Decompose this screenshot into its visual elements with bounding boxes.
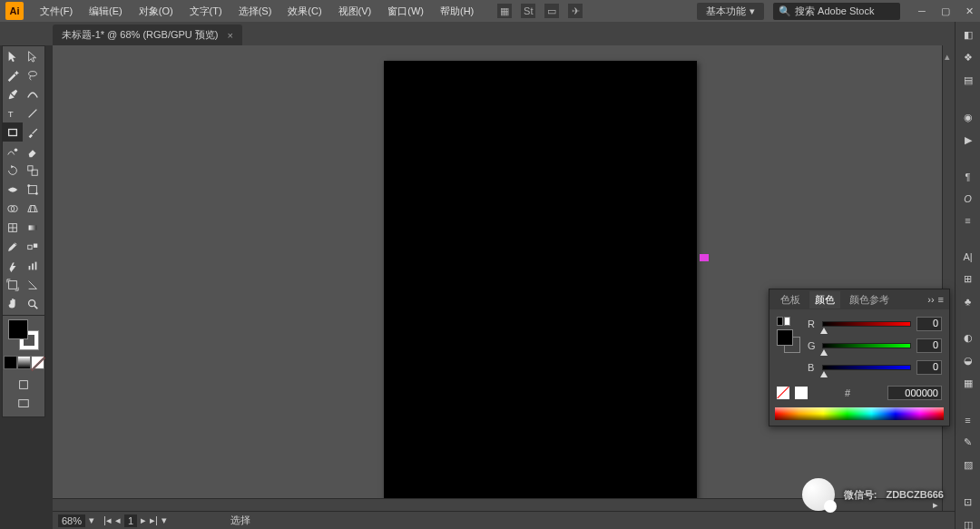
swap-fill-stroke-icon[interactable] (784, 317, 790, 326)
panel-fill-swatch[interactable] (777, 329, 793, 346)
blue-slider[interactable] (822, 365, 911, 370)
rotate-tool[interactable] (3, 161, 23, 180)
menu-select[interactable]: 选择(S) (231, 2, 279, 21)
layers-panel-icon[interactable]: ❖ (960, 52, 976, 64)
search-stock-input[interactable]: 🔍 搜索 Adobe Stock (773, 3, 900, 20)
red-slider[interactable] (822, 321, 911, 327)
menu-object[interactable]: 对象(O) (132, 2, 181, 21)
document-tab[interactable]: 未标题-1* @ 68% (RGB/GPU 预览) × (53, 24, 242, 45)
color-guide-tab[interactable]: 颜色参考 (844, 291, 895, 309)
graphic-styles-panel-icon[interactable]: ▶ (960, 134, 976, 146)
artboard-next-icon[interactable]: ▸ (141, 514, 146, 526)
color-guide-panel-icon[interactable]: ◒ (960, 355, 976, 367)
zoom-dropdown-icon[interactable]: ▾ (89, 514, 94, 526)
free-transform-tool[interactable] (23, 180, 43, 199)
rectangle-tool[interactable] (3, 122, 23, 142)
gradient-tool[interactable] (23, 218, 43, 237)
blue-value[interactable]: 0 (916, 360, 942, 375)
opentype-panel-icon[interactable]: O (960, 193, 976, 204)
brushes-panel-icon[interactable]: ✎ (960, 436, 976, 448)
lasso-tool[interactable] (23, 65, 43, 84)
artboard-prev-icon[interactable]: ◂ (115, 514, 121, 526)
fill-swatch[interactable] (8, 319, 28, 339)
type-tool[interactable]: T (3, 103, 23, 122)
perspective-grid-tool[interactable] (23, 199, 43, 218)
column-graph-tool[interactable] (23, 256, 43, 275)
color-panel-icon[interactable]: ◐ (960, 332, 976, 344)
symbol-sprayer-tool[interactable] (3, 256, 23, 275)
stroke-panel-icon[interactable]: ≡ (960, 415, 976, 426)
width-tool[interactable] (3, 180, 23, 199)
artboard-tool[interactable] (3, 275, 23, 294)
color-spectrum[interactable] (775, 407, 944, 420)
menu-window[interactable]: 窗口(W) (380, 2, 431, 21)
hand-tool[interactable] (3, 294, 23, 313)
maximize-button[interactable]: ▢ (940, 5, 951, 16)
vertical-scrollbar[interactable]: ▴ (942, 45, 955, 511)
artboard-number[interactable]: 1 (124, 514, 137, 527)
selection-tool[interactable] (3, 46, 23, 65)
curvature-tool[interactable] (23, 84, 43, 103)
direct-selection-tool[interactable] (23, 46, 43, 65)
swatches-panel-icon[interactable]: ▦ (960, 377, 976, 389)
menu-file[interactable]: 文件(F) (33, 2, 80, 21)
pathfinder-panel-icon[interactable]: ◫ (960, 519, 976, 529)
color-tab[interactable]: 颜色 (809, 291, 840, 309)
symbols-panel-icon[interactable]: ♣ (960, 296, 976, 307)
paintbrush-tool[interactable] (23, 122, 43, 142)
transparency-panel-icon[interactable]: ▨ (960, 459, 976, 471)
artboard-first-icon[interactable]: |◂ (103, 514, 112, 526)
scale-tool[interactable] (23, 161, 43, 180)
menu-view[interactable]: 视图(V) (331, 2, 379, 21)
close-tab-icon[interactable]: × (228, 30, 233, 41)
swatches-tab[interactable]: 色板 (775, 291, 806, 309)
scroll-up-arrow[interactable]: ▴ (945, 51, 954, 60)
gpu-icon[interactable]: ✈ (568, 4, 583, 18)
menu-type[interactable]: 文字(T) (182, 2, 230, 21)
horizontal-scrollbar[interactable]: ▸ (53, 498, 942, 511)
paragraph-panel-icon[interactable]: ≡ (960, 215, 976, 226)
arrange-icon[interactable]: ▭ (544, 4, 559, 18)
green-slider[interactable] (822, 343, 911, 348)
gradient-mode-swatch[interactable] (17, 356, 31, 369)
shape-builder-tool[interactable] (3, 199, 23, 218)
align-panel-icon[interactable]: ⊞ (960, 273, 976, 285)
close-button[interactable]: ✕ (964, 5, 975, 16)
line-tool[interactable] (23, 103, 43, 122)
slice-tool[interactable] (23, 275, 43, 294)
panel-menu-icon[interactable]: ≡ (938, 294, 944, 305)
screen-mode-button[interactable] (14, 394, 34, 413)
fill-stroke-swatch[interactable] (8, 319, 39, 350)
zoom-tool[interactable] (23, 294, 43, 313)
stock-icon[interactable]: St (521, 4, 535, 18)
artboard-dropdown-icon[interactable]: ▾ (162, 514, 167, 526)
bridge-icon[interactable]: ▦ (497, 4, 512, 18)
eraser-tool[interactable] (23, 142, 43, 161)
glyphs-panel-icon[interactable]: A| (960, 251, 976, 262)
properties-panel-icon[interactable]: ◧ (960, 29, 976, 41)
menu-edit[interactable]: 编辑(E) (82, 2, 130, 21)
green-value[interactable]: 0 (916, 338, 942, 353)
menu-help[interactable]: 帮助(H) (433, 2, 481, 21)
red-value[interactable]: 0 (916, 317, 942, 331)
pen-tool[interactable] (3, 84, 23, 103)
transform-panel-icon[interactable]: ⊡ (960, 496, 976, 508)
canvas-area[interactable]: ▴ ▸ (53, 45, 955, 511)
panel-fill-stroke[interactable] (777, 329, 800, 353)
mesh-tool[interactable] (3, 218, 23, 237)
zoom-value[interactable]: 68% (58, 514, 85, 527)
artboard[interactable] (384, 61, 697, 501)
scroll-right-arrow[interactable]: ▸ (933, 499, 938, 511)
libraries-panel-icon[interactable]: ▤ (960, 74, 976, 86)
appearance-panel-icon[interactable]: ◉ (960, 112, 976, 123)
draw-mode-normal[interactable] (14, 375, 34, 394)
none-mode-swatch[interactable] (31, 356, 44, 369)
zoom-control[interactable]: 68% ▾ (58, 514, 94, 527)
white-swatch[interactable] (795, 387, 808, 399)
hex-input[interactable] (887, 386, 942, 400)
magic-wand-tool[interactable] (3, 65, 23, 84)
shaper-tool[interactable] (3, 142, 23, 161)
menu-effect[interactable]: 效果(C) (280, 2, 328, 21)
eyedropper-tool[interactable] (3, 237, 23, 256)
workspace-switcher[interactable]: 基本功能 ▾ (697, 3, 764, 20)
